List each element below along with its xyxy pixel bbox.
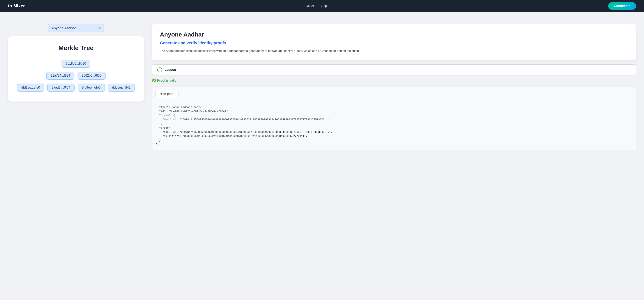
logout-button[interactable]: Logout [152,64,636,75]
merkle-level2-row: 5fd9ee...efe0 9aad2f...0f04 5fd9ee...efe… [17,84,135,92]
merkle-node-l1-1[interactable]: 8662b6...6f00 [78,72,106,80]
left-panel: Anyone Aadhar Merkle Tree 3c18e0...8b80 … [8,24,144,102]
merkle-node-l2-1[interactable]: 9aad2f...0f04 [47,84,74,92]
merkle-card: Merkle Tree 3c18e0...8b80 21a754...f934 … [8,36,144,102]
merkle-node-root[interactable]: 3c18e0...8b80 [62,60,90,68]
merkle-node-l1-0[interactable]: 21a754...f934 [46,72,74,80]
info-card-subtitle: Generate and verify identity proofs [160,41,628,45]
merkle-root-row: 3c18e0...8b80 [62,60,90,68]
merkle-level1-row: 21a754...f934 8662b6...6f00 [46,72,106,80]
logout-icon [157,67,162,73]
merkle-title: Merkle Tree [14,44,138,52]
merkle-node-l2-2[interactable]: 5fd9ee...efe0 [78,84,105,92]
logout-label: Logout [164,68,176,72]
info-card-title: Anyone Aadhar [160,31,628,38]
proof-section: Hide proof { "type": "anon-aadhaar-pcd",… [152,87,636,150]
navbar-links: Mixer Asp [306,4,327,8]
navbar-brand: to Mixer [8,3,25,8]
info-card-description: The Anon Aadhaar circuit enables citizen… [160,48,628,53]
navbar: to Mixer Mixer Asp Connected [0,0,644,12]
info-card: Anyone Aadhar Generate and verify identi… [152,24,636,60]
merkle-node-l2-0[interactable]: 5fd9ee...efe0 [17,84,44,92]
hide-proof-button[interactable]: Hide proof [155,90,178,98]
main-content: Anyone Aadhar Merkle Tree 3c18e0...8b80 … [0,12,644,158]
merkle-node-l2-3[interactable]: dddcea...ff42 [108,84,135,92]
proof-valid-text: ✅ Proof is valid [152,78,636,83]
merkle-tree: 3c18e0...8b80 21a754...f934 8662b6...6f0… [14,60,138,92]
navbar-link-asp[interactable]: Asp [322,4,327,8]
navbar-link-mixer[interactable]: Mixer [306,4,314,8]
proof-json: { "type": "anon-aadhaar-pcd", "id": "5de… [152,98,636,150]
connected-button[interactable]: Connected [608,2,636,10]
circuit-dropdown[interactable]: Anyone Aadhar [48,24,104,32]
right-panel: Anyone Aadhar Generate and verify identi… [152,24,636,150]
action-row: Logout ✅ Proof is valid [152,64,636,83]
